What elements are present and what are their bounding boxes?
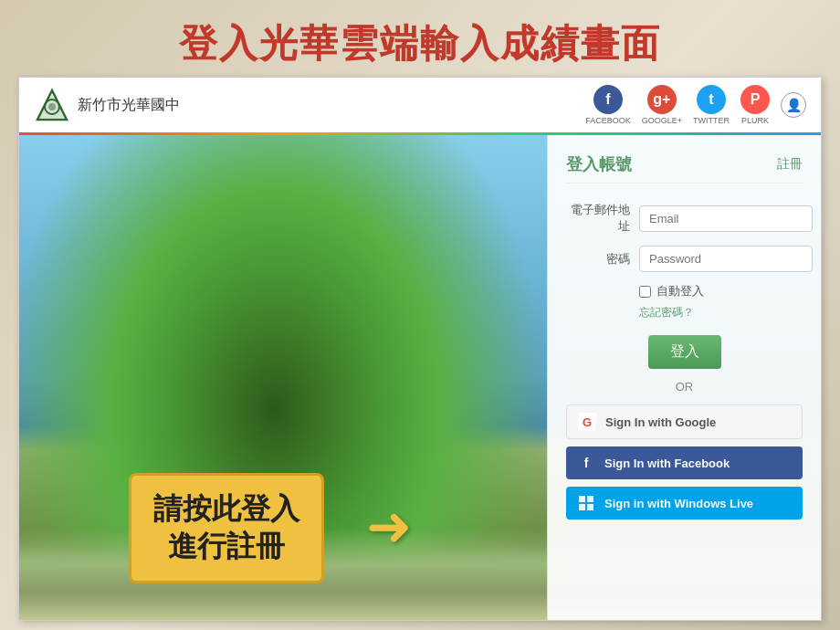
googleplus-social-link[interactable]: g+ Google+ (642, 85, 682, 125)
user-account-icon[interactable]: 👤 (781, 92, 806, 118)
school-logo-icon (34, 87, 70, 123)
annotation-box: 請按此登入 進行註冊 (129, 473, 324, 583)
or-divider: OR (566, 380, 803, 394)
plurk-social-link[interactable]: P Plurk (740, 85, 770, 125)
svg-rect-6 (579, 504, 585, 510)
googleplus-circle-icon: g+ (647, 85, 677, 114)
google-signin-icon: G (578, 413, 596, 431)
email-input[interactable] (639, 205, 813, 232)
email-form-row: 電子郵件地址 (566, 202, 803, 235)
email-label: 電子郵件地址 (566, 202, 630, 235)
annotation-line2: 進行註冊 (153, 528, 299, 566)
facebook-signin-label: Sign In with Facebook (604, 457, 730, 470)
forgot-password-link[interactable]: 忘記密碼？ (639, 305, 803, 320)
password-input[interactable] (639, 246, 813, 272)
svg-rect-4 (579, 496, 585, 502)
facebook-label: Facebook (585, 116, 631, 125)
outer-frame: 登入光華雲端輸入成績畫面 新竹市光華國中 f Facebook (0, 0, 840, 630)
facebook-circle-icon: f (593, 85, 623, 114)
windows-signin-icon (577, 494, 595, 512)
register-link[interactable]: 註冊 (777, 156, 803, 173)
password-label: 密碼 (566, 251, 630, 268)
auto-login-row: 自動登入 (639, 283, 803, 299)
google-signin-button[interactable]: G Sign In with Google (566, 404, 803, 439)
plurk-label: Plurk (741, 116, 769, 125)
content-area: 請按此登入 進行註冊 ➜ 登入帳號 註冊 電子郵件地址 密碼 (19, 135, 821, 620)
auto-login-label: 自動登入 (656, 283, 704, 299)
twitter-circle-icon: t (697, 85, 726, 114)
facebook-social-link[interactable]: f Facebook (585, 85, 631, 125)
arrow-icon: ➜ (366, 494, 412, 558)
school-name: 新竹市光華國中 (78, 96, 180, 115)
login-panel: 登入帳號 註冊 電子郵件地址 密碼 自動登入 忘記密碼？ 登入 OR (547, 135, 821, 620)
windows-signin-label: Sign in with Windows Live (604, 497, 753, 510)
twitter-label: Twitter (693, 116, 730, 125)
windows-signin-button[interactable]: Sign in with Windows Live (566, 487, 803, 520)
svg-rect-7 (587, 504, 593, 510)
annotation-line1: 請按此登入 (153, 490, 299, 529)
main-content: 新竹市光華國中 f Facebook g+ Google+ t Twitter … (18, 77, 822, 621)
auto-login-checkbox[interactable] (639, 286, 651, 298)
nav-social-icons: f Facebook g+ Google+ t Twitter P Plurk … (585, 85, 806, 125)
svg-rect-5 (587, 496, 593, 502)
login-panel-title: 登入帳號 (566, 153, 632, 175)
googleplus-label: Google+ (642, 116, 682, 125)
nav-logo: 新竹市光華國中 (34, 87, 180, 123)
plurk-circle-icon: P (740, 85, 770, 114)
svg-point-3 (48, 103, 56, 110)
login-panel-header: 登入帳號 註冊 (566, 153, 803, 184)
google-signin-label: Sign In with Google (605, 415, 716, 429)
twitter-social-link[interactable]: t Twitter (693, 85, 730, 125)
nav-header: 新竹市光華國中 f Facebook g+ Google+ t Twitter … (19, 78, 821, 135)
facebook-signin-icon: f (577, 454, 595, 472)
page-title: 登入光華雲端輸入成績畫面 (179, 9, 661, 77)
login-button[interactable]: 登入 (648, 335, 721, 369)
password-form-row: 密碼 (566, 246, 803, 272)
facebook-signin-button[interactable]: f Sign In with Facebook (566, 446, 803, 479)
